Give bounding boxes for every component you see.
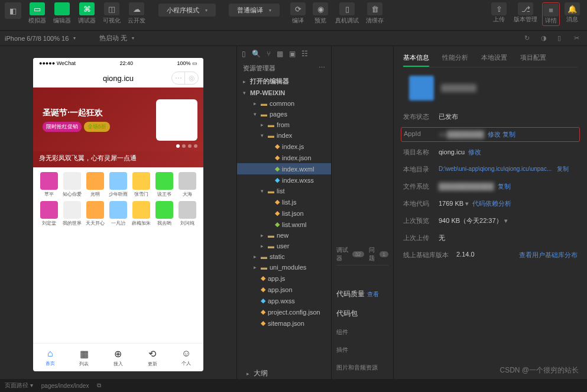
details-panel: 基本信息性能分析本地设置项目配置 发布状态 已发布 AppId wx██████…	[393, 46, 587, 380]
avatar-item[interactable]: 张雪门	[129, 172, 153, 197]
avatar-item[interactable]: 大海	[176, 172, 199, 197]
file-item[interactable]: ◆index.wxml	[237, 163, 331, 174]
ext-icon[interactable]: ▦	[277, 50, 283, 58]
capsule-close-icon[interactable]: ◎	[185, 72, 198, 84]
refresh-icon[interactable]: ↻	[524, 34, 533, 43]
phone-navbar: qiong.icu ⋯ ◎	[33, 69, 203, 88]
fs-copy-link[interactable]: 复制	[498, 183, 511, 190]
tab-debugger[interactable]: 调试器32	[336, 246, 364, 263]
editor-button[interactable]: 编辑器	[51, 2, 73, 25]
tab-update[interactable]: ⟲更新	[135, 344, 170, 371]
tree-section[interactable]: ▸打开的编辑器	[237, 75, 331, 88]
baselib-dist-link[interactable]: 查看用户基础库分布	[519, 251, 578, 260]
avatar-item[interactable]: 我去哟	[153, 201, 176, 226]
cloud-button[interactable]: ☁云开发	[125, 2, 148, 25]
message-button[interactable]: 🔔消息	[562, 2, 582, 26]
appid-value-hidden: wx████████	[439, 131, 484, 138]
banner[interactable]: 圣诞节·一起狂欢 限时抢红促销 全场5折	[33, 88, 203, 151]
cache-button[interactable]: 🗑清缓存	[364, 2, 386, 25]
app-info	[409, 76, 578, 101]
folder-item[interactable]: ▾▬pages	[237, 109, 331, 119]
avatar-item[interactable]: 说王爷	[153, 172, 176, 197]
folder-item[interactable]: ▾▬list	[237, 186, 331, 196]
file-item[interactable]: ◆app.js	[237, 273, 331, 284]
code-quality-section: 代码质量查看	[336, 289, 388, 299]
preview-button[interactable]: ◉预览	[310, 2, 330, 25]
tab-problems[interactable]: 问题1	[369, 246, 388, 263]
folder-item[interactable]: ▸▬from	[237, 119, 331, 130]
avatar-item[interactable]: 薛梅加朱	[129, 201, 153, 226]
simulator-button[interactable]: ▭模拟器	[26, 2, 48, 25]
avatar-item[interactable]: 刘定堂	[38, 201, 61, 226]
avatar-item[interactable]: 知心你爱	[61, 172, 84, 197]
tree-section[interactable]: ▾MP-WEIXIN	[237, 88, 331, 98]
chevron-down-icon[interactable]: ▾	[504, 217, 508, 224]
file-item[interactable]: ◆sitemap.json	[237, 318, 331, 329]
version-button[interactable]: ⎇版本管理	[511, 2, 540, 26]
quality-link[interactable]: 查看	[367, 291, 379, 297]
upload-button[interactable]: ⇧上传	[489, 2, 509, 26]
file-item[interactable]: ◆index.json	[237, 152, 331, 163]
code-analysis-link[interactable]: 代码依赖分析	[472, 200, 511, 207]
device-select[interactable]: iPhone 6/7/8 100% 16	[5, 35, 76, 42]
file-item[interactable]: ◆app.wxss	[237, 295, 331, 306]
folder-item[interactable]: ▸▬common	[237, 98, 331, 109]
details-tab-1[interactable]: 性能分析	[442, 50, 468, 67]
reload-select[interactable]: 热启动 无	[99, 34, 134, 43]
tab-home[interactable]: ⌂首页	[33, 344, 67, 371]
appid-actions[interactable]: 修改 复制	[488, 131, 515, 138]
file-item[interactable]: ◆list.wxml	[237, 219, 331, 230]
folder-item[interactable]: ▸▬user	[237, 241, 331, 251]
avatar-item[interactable]: 草平	[38, 172, 61, 197]
details-button[interactable]: ≡详情	[542, 2, 560, 26]
details-tab-0[interactable]: 基本信息	[403, 50, 429, 67]
folder-item[interactable]: ▸▬new	[237, 230, 331, 241]
file-item[interactable]: ◆list.js	[237, 196, 331, 208]
details-tab-3[interactable]: 项目配置	[520, 50, 546, 67]
compile-select[interactable]: 普通编译	[229, 4, 280, 17]
tab-profile[interactable]: ☺个人	[169, 344, 203, 371]
file-item[interactable]: ◆project.config.json	[237, 306, 331, 318]
cut-icon[interactable]: ✂	[574, 34, 582, 43]
branch-icon[interactable]: ⑂	[267, 50, 271, 58]
dir-copy-link[interactable]: 复制	[557, 166, 569, 172]
compile-button[interactable]: ⟳编译	[288, 2, 308, 25]
capsule-menu-icon[interactable]: ⋯	[172, 72, 185, 84]
avatar-item[interactable]: 一凡治	[107, 201, 130, 226]
details-tab-2[interactable]: 本地设置	[481, 50, 507, 67]
more-icon[interactable]: ⋯	[319, 64, 325, 73]
tabbar: ⌂首页▦列表⊕接入⟲更新☺个人	[33, 343, 203, 371]
row-code: 本地代码 1769 KB ▾代码依赖分析	[403, 199, 578, 208]
search-icon[interactable]: 🔍	[252, 50, 261, 58]
visualize-button[interactable]: ◫可视化	[100, 2, 123, 25]
tab-add[interactable]: ⊕接入	[101, 344, 135, 371]
device-icon[interactable]: ▯	[557, 34, 566, 43]
page-path-value[interactable]: pages/index/index	[41, 383, 89, 389]
audio-icon[interactable]: ◑	[541, 34, 549, 43]
avatar-icon[interactable]: ◧	[5, 2, 21, 19]
file-item[interactable]: ◆index.wxss	[237, 174, 331, 186]
layers-icon[interactable]: ☷	[301, 50, 308, 58]
debugger-button[interactable]: ⌘调试器	[76, 2, 98, 25]
folder-item[interactable]: ▸▬uni_modules	[237, 262, 331, 273]
tab-list[interactable]: ▦列表	[67, 344, 102, 371]
name-edit-link[interactable]: 修改	[468, 148, 481, 155]
mode-select[interactable]: 小程序模式	[158, 4, 216, 17]
file-item[interactable]: ◆list.json	[237, 208, 331, 219]
avatar-item[interactable]: 天天开心	[84, 201, 107, 226]
outline-section[interactable]: ▸大纲	[237, 367, 331, 380]
row-upload: 上次上传 无	[403, 234, 578, 242]
folder-item[interactable]: ▸▬static	[237, 251, 331, 262]
avatar-item[interactable]: 少年听雨	[107, 172, 130, 197]
file-item[interactable]: ◆index.js	[237, 141, 331, 152]
files-icon[interactable]: ▯	[242, 50, 246, 58]
main-area: ●●●●● WeChat 22:40 100% ▭ qiong.icu ⋯ ◎ …	[0, 46, 587, 380]
chevron-down-icon[interactable]: ▾	[465, 200, 469, 207]
avatar-item[interactable]: 刘河纯	[176, 201, 199, 226]
box-icon[interactable]: ▣	[289, 50, 296, 58]
avatar-item[interactable]: 光明	[84, 172, 107, 197]
file-item[interactable]: ◆app.json	[237, 284, 331, 295]
folder-item[interactable]: ▾▬index	[237, 130, 331, 141]
avatar-item[interactable]: 我的世界	[61, 201, 84, 226]
remote-button[interactable]: ▯真机调试	[333, 2, 361, 25]
